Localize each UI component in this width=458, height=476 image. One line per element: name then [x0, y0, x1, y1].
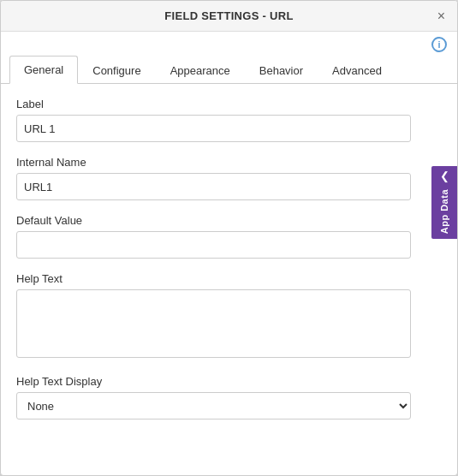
app-data-label: App Data: [439, 189, 449, 234]
field-settings-modal: FIELD SETTINGS - URL × i General Configu…: [0, 0, 458, 476]
tab-configure[interactable]: Configure: [78, 56, 155, 84]
close-button[interactable]: ×: [434, 8, 449, 25]
help-text-field-group: Help Text: [16, 272, 411, 361]
internal-name-label: Internal Name: [16, 156, 411, 169]
modal-header: FIELD SETTINGS - URL ×: [1, 1, 457, 32]
help-text-display-select[interactable]: None Tooltip Inline: [16, 392, 411, 419]
app-data-label-wrap: App Data: [439, 184, 449, 239]
modal-body: Label Internal Name Default Value Help T…: [1, 84, 457, 475]
default-value-label: Default Value: [16, 214, 411, 227]
label-field-group: Label: [16, 98, 411, 142]
help-text-textarea[interactable]: [16, 289, 411, 358]
default-value-field-group: Default Value: [16, 214, 411, 259]
internal-name-field-group: Internal Name: [16, 156, 411, 200]
content-area: Label Internal Name Default Value Help T…: [16, 98, 442, 419]
tab-general[interactable]: General: [9, 56, 78, 84]
app-data-panel[interactable]: ❮ App Data: [431, 166, 457, 239]
help-text-label: Help Text: [16, 272, 411, 285]
internal-name-input[interactable]: [16, 173, 411, 200]
help-text-display-field-group: Help Text Display None Tooltip Inline: [16, 375, 411, 419]
label-field-label: Label: [16, 98, 411, 110]
tabs-row: General Configure Appearance Behavior Ad…: [1, 56, 457, 84]
help-text-display-label: Help Text Display: [16, 375, 411, 388]
chevron-left-icon: ❮: [440, 166, 449, 184]
tab-behavior[interactable]: Behavior: [245, 56, 318, 84]
info-row: i: [1, 32, 457, 56]
label-input[interactable]: [16, 115, 411, 142]
modal-title: FIELD SETTINGS - URL: [164, 9, 293, 22]
tab-appearance[interactable]: Appearance: [156, 56, 245, 84]
default-value-input[interactable]: [16, 231, 411, 259]
tab-advanced[interactable]: Advanced: [318, 56, 396, 84]
info-icon[interactable]: i: [431, 37, 447, 52]
